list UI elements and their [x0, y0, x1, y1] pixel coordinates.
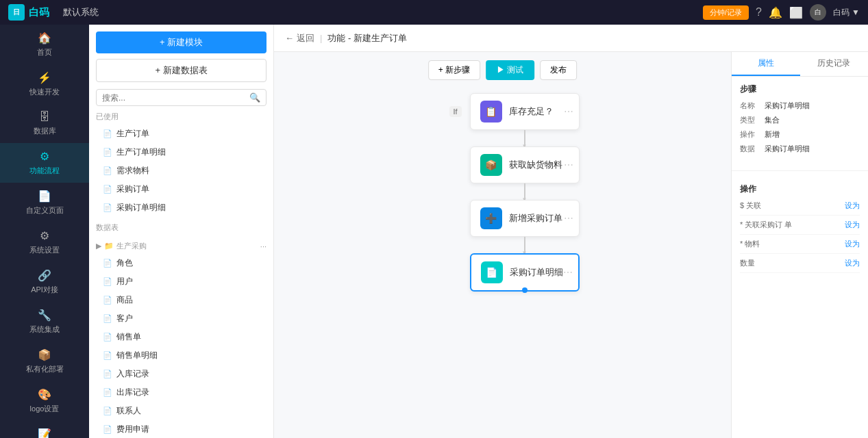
file-icon-2: 📄	[103, 148, 112, 157]
sidebar-item-api[interactable]: 🔗 API对接	[0, 262, 89, 302]
sidebar-item-custom-page[interactable]: 📄 自定义页面	[0, 183, 89, 222]
right-panel-step-section: 步骤 名称 采购订单明细 类型 集合 操作 新增 数据	[732, 77, 868, 165]
step-key-op: 操作	[740, 129, 765, 140]
notify-icon[interactable]: 🔔	[769, 6, 782, 19]
sidebar-item-database[interactable]: 🗄 数据库	[0, 104, 89, 143]
flow-nodes: If 📋 库存充足？ ⋯ 📦 获取缺货物料 ⋯	[470, 93, 580, 292]
list-item-label-3: 需求物料	[116, 165, 149, 177]
panel-list: 已使用 📄 生产订单 ⠿ ··· 📄 生产订单明细 ⠿ ··· 📄 需求物料 ⠿…	[89, 106, 273, 438]
right-panel-tabs: 属性 历史记录	[732, 52, 868, 77]
node-more-3[interactable]: ⋯	[564, 213, 573, 224]
op-setval-2[interactable]: 设为	[845, 239, 860, 249]
sidebar-item-workflow[interactable]: ⚙ 功能流程	[0, 143, 89, 183]
sidebar-item-logo[interactable]: 🎨 logo设置	[0, 381, 89, 421]
list-item-label-contact: 联系人	[116, 405, 141, 417]
sidebar-item-label-home: 首页	[37, 47, 52, 57]
list-item-label-stock-out: 出库记录	[116, 387, 149, 398]
node-more-2[interactable]: ⋯	[564, 159, 573, 170]
sidebar-item-label-custom-page: 自定义页面	[26, 205, 64, 216]
op-setval-3[interactable]: 设为	[845, 258, 860, 268]
list-item-sales-detail[interactable]: 📄 销售单明细 ⠿ ···	[89, 346, 273, 365]
list-item-stock-in[interactable]: 📄 入库记录 ⠿ ···	[89, 365, 273, 383]
step-section-title: 步骤	[740, 83, 860, 95]
back-button[interactable]: ← 返回	[285, 32, 314, 44]
section-group-arrow: ▶	[96, 242, 101, 250]
list-item-purchase-order-detail[interactable]: 📄 采购订单明细 ⠿ ···	[89, 198, 273, 217]
node-icon-4: 📄	[481, 261, 503, 283]
list-item-stock-out[interactable]: 📄 出库记录 ⠿ ···	[89, 383, 273, 402]
content: ← 返回 | 功能 - 新建生产订单 + 新步骤 ▶ 测试 发布 If	[274, 25, 868, 438]
list-item-prod-order-detail[interactable]: 📄 生产订单明细 ⠿ ···	[89, 143, 273, 162]
sidebar-item-integration[interactable]: 🔧 系统集成	[0, 302, 89, 342]
panel-search-box[interactable]: 🔍	[96, 89, 266, 106]
right-panel-op-section: 操作 $ 关联 设为 * 关联采购订 单 设为 * 物料 设为 数量	[732, 177, 868, 284]
list-item-customer[interactable]: 📄 客户 ⠿ ···	[89, 309, 273, 328]
list-item-product[interactable]: 📄 商品 ⠿ ···	[89, 291, 273, 309]
sidebar-item-home[interactable]: 🏠 首页	[0, 25, 89, 64]
if-badge: If	[449, 106, 462, 117]
node-label-4: 采购订单明细	[510, 266, 563, 279]
test-button[interactable]: ▶ 测试	[486, 60, 534, 80]
custom-page-old-icon: 📝	[38, 428, 51, 438]
step-val-type: 集合	[765, 115, 860, 125]
search-input[interactable]	[102, 93, 247, 103]
list-item-role[interactable]: 📄 角色 ⠿ ···	[89, 254, 273, 272]
sidebar-item-quickdev[interactable]: ⚡ 快速开发	[0, 64, 89, 104]
add-step-button[interactable]: + 新步骤	[428, 60, 480, 80]
file-icon-role: 📄	[103, 259, 112, 268]
list-item-label-role: 角色	[116, 257, 133, 269]
upgrade-button[interactable]: 分钟/记录	[703, 5, 749, 20]
flow-node-2[interactable]: 📦 获取缺货物料 ⋯	[470, 146, 580, 183]
section-group-prod-purchase[interactable]: ▶ 📁 生产采购 ···	[89, 235, 273, 254]
logo-icon: 日	[8, 4, 25, 21]
sidebar-item-custom-page-old[interactable]: 📝 自定义页面(旧)	[0, 421, 89, 438]
section-group-actions[interactable]: ···	[260, 242, 266, 250]
flow-node-1[interactable]: 📋 库存充足？ ⋯	[470, 93, 580, 130]
share-icon[interactable]: ⬜	[789, 6, 803, 19]
node-icon-2: 📦	[480, 154, 502, 176]
op-setval-1[interactable]: 设为	[845, 220, 860, 230]
tab-properties[interactable]: 属性	[732, 52, 800, 76]
back-label: 返回	[297, 32, 314, 44]
workflow-canvas[interactable]: + 新步骤 ▶ 测试 发布 If 📋 库存充足？ ⋯	[274, 52, 731, 438]
help-icon[interactable]: ?	[756, 6, 762, 18]
flow-connector-1	[524, 130, 525, 146]
list-item-contact[interactable]: 📄 联系人 ⠿ ···	[89, 402, 273, 420]
sidebar-item-label-api: API对接	[31, 285, 58, 295]
sidebar: 🏠 首页 ⚡ 快速开发 🗄 数据库 ⚙ 功能流程 📄 自定义页面 ⚙ 系统设置 …	[0, 25, 89, 438]
sidebar-item-private-deploy[interactable]: 📦 私有化部署	[0, 342, 89, 381]
file-icon-user: 📄	[103, 277, 112, 286]
flow-node-4[interactable]: 📄 采购订单明细 ⋯	[470, 253, 580, 292]
file-icon-sales-detail: 📄	[103, 351, 112, 360]
list-item-purchase-order[interactable]: 📄 采购订单 ⠿ ···	[89, 180, 273, 198]
file-icon-4: 📄	[103, 185, 112, 194]
list-item-user[interactable]: 📄 用户 ⠿ ···	[89, 272, 273, 291]
list-item-prod-order[interactable]: 📄 生产订单 ⠿ ···	[89, 125, 273, 143]
list-item-sales-order[interactable]: 📄 销售单 ⠿ ···	[89, 328, 273, 346]
sidebar-item-label-system-settings: 系统设置	[29, 245, 60, 255]
logo-settings-icon: 🎨	[38, 388, 51, 401]
username[interactable]: 白码 ▼	[833, 7, 860, 18]
list-item-demand-material[interactable]: 📄 需求物料 ⠿ ···	[89, 162, 273, 180]
file-icon-sales: 📄	[103, 333, 112, 342]
folder-icon: 📁	[104, 242, 114, 250]
sidebar-item-label-private-deploy: 私有化部署	[26, 364, 64, 374]
tab-history[interactable]: 历史记录	[800, 52, 869, 76]
integration-icon: 🔧	[38, 309, 51, 322]
node-more-1[interactable]: ⋯	[564, 106, 573, 117]
new-module-button[interactable]: + 新建模块	[96, 31, 266, 53]
node-more-4[interactable]: ⋯	[563, 267, 573, 278]
publish-button[interactable]: 发布	[540, 60, 577, 80]
op-setval-0[interactable]: 设为	[845, 201, 860, 211]
op-key-2: * 物料	[740, 239, 845, 249]
sidebar-item-label-workflow: 功能流程	[29, 166, 60, 176]
new-datatable-button[interactable]: + 新建数据表	[96, 59, 266, 82]
list-item-label-expense: 费用申请	[116, 424, 149, 435]
list-item-expense[interactable]: 📄 费用申请 ⠿ ···	[89, 420, 273, 438]
file-icon-expense: 📄	[103, 425, 112, 434]
flow-node-3[interactable]: ➕ 新增采购订单 ⋯	[470, 200, 580, 237]
op-key-0: $ 关联	[740, 201, 845, 211]
sidebar-item-system-settings[interactable]: ⚙ 系统设置	[0, 222, 89, 262]
node-label-2: 获取缺货物料	[509, 159, 562, 171]
avatar[interactable]: 白	[810, 4, 826, 21]
